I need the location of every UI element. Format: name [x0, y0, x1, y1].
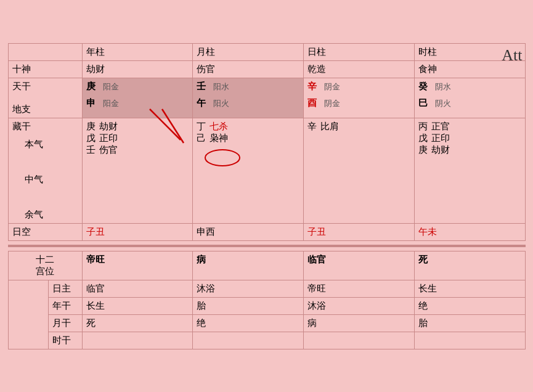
year-bottom-header: 帝旺: [82, 251, 193, 280]
time-canggan: 丙 正官 戊 正印 庚 劫财: [414, 118, 525, 223]
bottom-row-1: 日主 临官 沐浴 帝旺 长生: [8, 280, 525, 297]
day-benqi-1: 辛 比肩: [307, 121, 410, 133]
time-bottom-header: 死: [414, 251, 525, 280]
main-table: 年柱 月柱 日柱 时柱 十神 劫财 伤官 乾造 食神 天干 地支: [8, 43, 526, 241]
month-rikong: 申西: [193, 223, 304, 240]
time-benqi-2: 戊 正印: [418, 133, 521, 144]
bottom-row-4: 时干: [8, 332, 525, 349]
day-canggan-label-0: 比肩: [320, 121, 339, 133]
month-canggan: 丁 七杀 己 枭神: [193, 118, 304, 223]
month-pillar-header: 月柱: [193, 43, 304, 60]
time-bottom-4: [414, 332, 525, 349]
day-tiangan-char: 辛: [307, 81, 317, 92]
canggan-main-label: 藏干: [12, 121, 31, 133]
month-bottom-1: 沐浴: [193, 280, 304, 297]
time-tiangan-element: 阴水: [435, 81, 451, 92]
year-canggan: 庚 劫财 戊 正印 壬 伤官: [82, 118, 193, 223]
year-dizhi-char: 申: [86, 97, 96, 109]
day-bottom-header: 临官: [304, 251, 415, 280]
day-rikong-value: 子丑: [307, 227, 326, 237]
month-bottom-4: [193, 332, 304, 349]
year-shishen: 劫财: [82, 60, 193, 78]
day-bottom-header-value: 临官: [307, 255, 326, 264]
month-dizhi-element: 阳火: [213, 98, 229, 109]
zhongqi-label: 中气: [25, 174, 78, 186]
year-bottom-1: 临官: [82, 280, 193, 297]
empty-header: [8, 43, 82, 60]
time-tiangan-dizhi: 癸 阴水 巳 阴火: [414, 78, 525, 118]
circle-annotation: [204, 149, 241, 169]
time-canggan-label-0: 正官: [431, 121, 450, 133]
rikong-label: 日空: [8, 223, 82, 240]
year-bottom-4: [82, 332, 193, 349]
month-benqi-1: 丁 七杀: [197, 121, 299, 133]
month-bottom-2: 胎: [193, 297, 304, 314]
empty-label-col: [8, 280, 48, 349]
yuegan-label: 月干: [48, 314, 82, 332]
day-dizhi-element: 阴金: [324, 98, 340, 109]
day-tiangan-element: 阴金: [324, 81, 340, 92]
year-benqi-3: 壬 伤官: [86, 144, 189, 156]
tiangan-dizhi-row: 天干 地支 庚 阳金 申 阳金 壬: [8, 78, 525, 118]
time-canggan-char-2: 庚: [418, 144, 428, 156]
year-canggan-char-1: 戊: [86, 133, 96, 144]
year-canggan-label-0: 劫财: [99, 121, 118, 133]
time-benqi-3: 庚 劫财: [418, 144, 521, 156]
year-rikong: 子丑: [82, 223, 193, 240]
time-canggan-label-1: 正印: [431, 133, 450, 144]
year-dizhi-element: 阳金: [103, 98, 119, 109]
day-pillar-header: 日柱: [304, 43, 415, 60]
month-rikong-value: 申西: [197, 227, 215, 237]
year-pillar-header: 年柱: [82, 43, 193, 60]
year-bottom-header-value: 帝旺: [86, 255, 105, 264]
month-bottom-3: 绝: [193, 314, 304, 332]
day-bottom-2: 沐浴: [304, 297, 415, 314]
time-bottom-3: 胎: [414, 314, 525, 332]
shishen-row: 十神 劫财 伤官 乾造 食神: [8, 60, 525, 78]
year-benqi-1: 庚 劫财: [86, 121, 189, 133]
att-label: Att: [502, 46, 522, 65]
canggan-row: 藏干 本气 中气 余气 庚 劫财 戊 正印 壬: [8, 118, 525, 223]
bottom-row-2: 年干 长生 胎 沐浴 绝: [8, 297, 525, 314]
year-canggan-char-0: 庚: [86, 121, 96, 133]
yuqi-label: 余气: [25, 209, 78, 221]
month-bottom-header-value: 病: [197, 255, 206, 264]
time-canggan-char-1: 戊: [418, 133, 428, 144]
shigan-label: 时干: [48, 332, 82, 349]
header-row: 年柱 月柱 日柱 时柱: [8, 43, 525, 60]
year-tiangan-element: 阳金: [103, 81, 119, 92]
year-bottom-3: 死: [82, 314, 193, 332]
month-bottom-header: 病: [193, 251, 304, 280]
year-canggan-char-2: 壬: [86, 144, 96, 156]
month-dizhi-char: 午: [197, 97, 206, 109]
month-benqi-2: 己 枭神: [197, 133, 299, 144]
time-canggan-label-2: 劫财: [431, 144, 450, 156]
month-tiangan-element: 阳水: [213, 81, 229, 92]
canggan-label: 藏干 本气 中气 余气: [8, 118, 82, 223]
gongwei-label: 宫位: [12, 266, 78, 277]
time-bottom-2: 绝: [414, 297, 525, 314]
time-benqi-1: 丙 正官: [418, 121, 521, 133]
day-bottom-1: 帝旺: [304, 280, 415, 297]
top-section: 年柱 月柱 日柱 时柱 十神 劫财 伤官 乾造 食神 天干 地支: [8, 43, 526, 241]
time-rikong-value: 午未: [418, 227, 437, 237]
shier-label: 十二: [12, 254, 78, 266]
time-tiangan-char: 癸: [418, 81, 428, 92]
shier-gongwei-label: 十二 宫位: [8, 251, 82, 280]
day-bottom-4: [304, 332, 415, 349]
year-tiangan-dizhi: 庚 阳金 申 阳金: [82, 78, 193, 118]
year-canggan-label-2: 伤官: [99, 144, 118, 156]
tiangan-dizhi-label: 天干 地支: [8, 78, 82, 118]
month-canggan-char-1: 己: [197, 133, 206, 144]
rikong-row: 日空 子丑 申西 子丑 午未: [8, 223, 525, 240]
month-tiangan-char: 壬: [197, 81, 206, 92]
separator: [8, 245, 526, 247]
month-tiangan-dizhi: 壬 阳水 午 阳火: [193, 78, 304, 118]
rizhu-label: 日主: [48, 280, 82, 297]
dizhi-label: 地支: [12, 104, 78, 115]
year-bottom-2: 长生: [82, 297, 193, 314]
day-canggan: 辛 比肩: [304, 118, 415, 223]
bottom-row-3: 月干 死 绝 病 胎: [8, 314, 525, 332]
time-dizhi-char: 巳: [418, 97, 428, 109]
day-canggan-char-0: 辛: [307, 121, 317, 133]
